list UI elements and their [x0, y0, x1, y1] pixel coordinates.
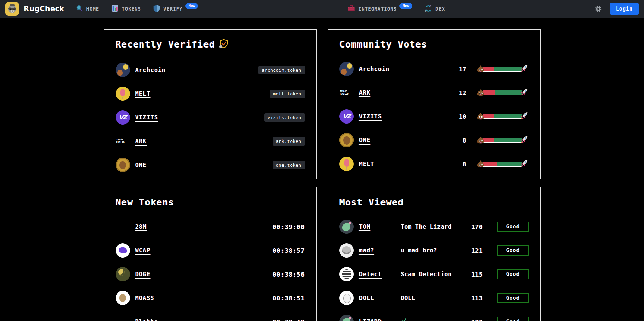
vote-bar-green: [494, 67, 522, 71]
token-name-link[interactable]: DOLL: [359, 295, 374, 301]
community-votes-row: Archcoin 17: [339, 57, 529, 81]
vote-count: 12: [451, 89, 466, 96]
token-domain-badge: vizits.token: [264, 113, 305, 122]
recently-verified-row: IMAGE FAILED ARK ark.token: [116, 129, 305, 153]
token-avatar: [339, 315, 354, 321]
token-name-link[interactable]: 28M: [135, 223, 147, 230]
token-avatar: [116, 243, 130, 258]
token-domain-badge: ark.token: [273, 137, 305, 146]
nav-item-verify[interactable]: VERIFY New: [153, 5, 198, 13]
rating-good-button[interactable]: Good: [497, 269, 529, 279]
token-avatar: [339, 133, 354, 147]
panel-title-text: Most Viewed: [339, 197, 404, 207]
community-votes-list: Archcoin 17: [339, 57, 529, 176]
token-domain-badge: melt.token: [270, 90, 305, 98]
rating-good-button[interactable]: Good: [497, 222, 529, 232]
token-domain-badge: one.token: [273, 161, 305, 169]
token-name-link[interactable]: WCAP: [135, 247, 151, 254]
community-votes-row: VZ VIZITS 10: [339, 105, 529, 128]
token-name-link[interactable]: MELT: [135, 90, 151, 97]
vote-bar-green: [494, 114, 522, 118]
token-avatar: VZ: [339, 109, 354, 124]
rocket-icon: [520, 88, 529, 98]
nav-item-label: TOKENS: [122, 6, 141, 12]
nav-item-tokens[interactable]: TOKENS: [111, 5, 141, 13]
token-name-link[interactable]: mad?: [359, 247, 374, 254]
token-name-link[interactable]: LIZARD: [359, 318, 382, 321]
panel-new-tokens: New Tokens 28M 00:39:00 WCAP 00:38:57 DO…: [104, 187, 317, 321]
token-name-link[interactable]: Detect: [359, 271, 382, 278]
settings-gear-icon[interactable]: [594, 5, 602, 13]
vote-bar-green: [497, 162, 522, 166]
new-tokens-list: 28M 00:39:00 WCAP 00:38:57 DOGE 00:38:56…: [116, 215, 305, 321]
vote-count: 10: [451, 113, 466, 120]
rocket-icon: [520, 111, 529, 121]
vote-bar-red: [483, 138, 495, 142]
panel-recently-verified: Recently Verified Archcoin archcoin.toke…: [104, 29, 317, 179]
token-name-cluster: IMAGE FAILED ARK: [339, 86, 451, 100]
recently-verified-list: Archcoin archcoin.token MELT melt.token …: [116, 58, 305, 177]
token-name-link[interactable]: ARK: [135, 138, 147, 145]
nav-item-integrations[interactable]: INTEGRATIONS New: [348, 5, 412, 13]
community-votes-row: MELT 8: [339, 152, 529, 176]
view-count: 170: [462, 223, 483, 230]
vote-bar-red: [483, 90, 495, 95]
panel-title-recently-verified: Recently Verified: [116, 39, 305, 51]
brand[interactable]: RugCheck: [5, 2, 64, 16]
vote-bar: [476, 159, 529, 169]
token-name-link[interactable]: MOASS: [135, 295, 154, 301]
poop-icon: [476, 112, 485, 121]
vote-bar: [476, 111, 529, 121]
rocket-icon: [520, 135, 529, 145]
token-description: [401, 317, 462, 321]
svg-text:¥: ¥: [429, 5, 431, 8]
vote-bar-track: [483, 67, 522, 72]
token-description-text: Tom The Lizard: [401, 223, 452, 230]
token-name-link[interactable]: ONE: [359, 137, 371, 144]
token-description-text: DOLL: [401, 295, 415, 301]
vote-bar: [476, 88, 529, 98]
community-votes-row: ONE 8: [339, 128, 529, 152]
nav-item-home[interactable]: HOME: [76, 5, 99, 13]
vote-bar-track: [483, 90, 522, 95]
token-name-link[interactable]: TOM: [359, 223, 371, 230]
vote-bar-green: [494, 138, 522, 142]
token-avatar: [116, 315, 130, 321]
view-count: 115: [462, 271, 483, 278]
token-name-link[interactable]: DOGE: [135, 271, 151, 278]
panel-most-viewed: Most Viewed TOM Tom The Lizard 170 Good …: [328, 187, 541, 321]
token-name-link[interactable]: ARK: [359, 89, 371, 96]
login-button[interactable]: Login: [610, 3, 639, 15]
rating-good-button[interactable]: Good: [497, 245, 529, 256]
recently-verified-row: ONE one.token: [116, 153, 305, 177]
token-avatar: [339, 291, 354, 305]
most-viewed-row: TOM Tom The Lizard 170 Good: [339, 215, 529, 239]
token-name-link[interactable]: MELT: [359, 160, 374, 167]
token-avatar: [339, 267, 354, 281]
most-viewed-row: mad? u mad bro? 121 Good: [339, 239, 529, 262]
panel-title-most-viewed: Most Viewed: [339, 197, 529, 207]
panel-title-text: Community Votes: [339, 39, 427, 50]
vote-bar-track: [483, 162, 522, 167]
rating-good-button[interactable]: Good: [497, 293, 529, 303]
token-avatar: IMAGE FAILED: [339, 86, 354, 100]
search-icon: [76, 5, 83, 13]
rating-good-button[interactable]: Good: [497, 317, 529, 321]
nav-item-dex[interactable]: $ ¥ DEX: [425, 5, 445, 13]
token-name-link[interactable]: Archcoin: [359, 65, 390, 72]
token-avatar: [116, 220, 130, 234]
token-name-link[interactable]: VIZITS: [135, 114, 158, 121]
toolbox-icon: [348, 5, 355, 13]
view-count: 121: [462, 247, 483, 254]
token-name-link[interactable]: ONE: [135, 162, 147, 168]
nav-item-label: VERIFY: [163, 6, 183, 12]
token-age-timestamp: 00:38:51: [273, 295, 305, 302]
token-name-link[interactable]: Archcoin: [135, 67, 166, 73]
token-name-cluster: TOM: [339, 220, 401, 234]
nav-left-group: HOME TOKENS VERIFY New: [76, 5, 198, 13]
token-name-link[interactable]: VIZITS: [359, 113, 382, 120]
panel-title-text: Recently Verified: [116, 39, 215, 50]
rocket-icon: [520, 159, 529, 169]
token-name-link[interactable]: Blobbo: [135, 318, 158, 321]
token-description-text: Scam Detection: [401, 271, 452, 278]
